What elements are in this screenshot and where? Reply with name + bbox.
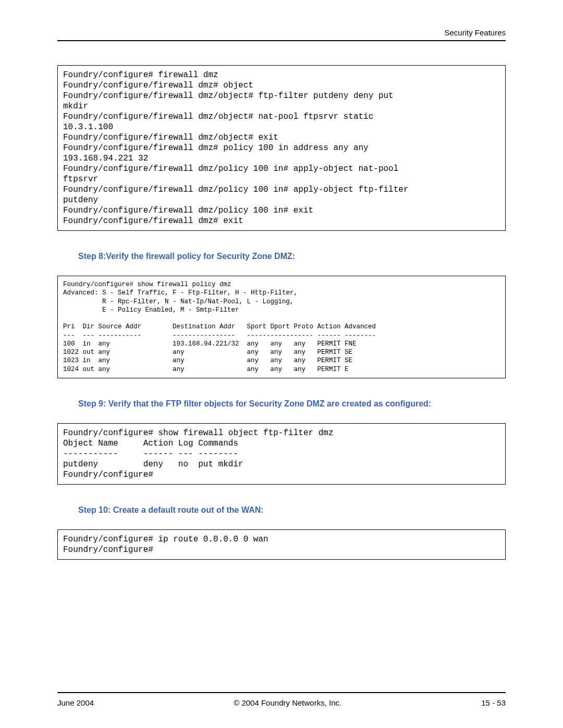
step-8-heading: Step 8:Verify the firewall policy for Se… bbox=[78, 252, 506, 261]
code-block-1: Foundry/configure# firewall dmz Foundry/… bbox=[57, 65, 506, 231]
footer-copyright: © 2004 Foundry Networks, Inc. bbox=[234, 698, 341, 707]
footer-date: June 2004 bbox=[57, 698, 94, 707]
code-block-3: Foundry/configure# show firewall object … bbox=[57, 423, 506, 485]
page-footer: June 2004 © 2004 Foundry Networks, Inc. … bbox=[57, 692, 506, 707]
footer-page-number: 15 - 53 bbox=[481, 698, 506, 707]
header-section-title: Security Features bbox=[57, 28, 506, 41]
code-block-2: Foundry/configure# show firewall policy … bbox=[57, 276, 506, 378]
step-10-heading: Step 10: Create a default route out of t… bbox=[78, 505, 506, 515]
code-block-4: Foundry/configure# ip route 0.0.0.0 0 wa… bbox=[57, 529, 506, 560]
page: Security Features Foundry/configure# fir… bbox=[0, 0, 563, 728]
step-9-heading: Step 9: Verify that the FTP filter objec… bbox=[78, 399, 506, 409]
